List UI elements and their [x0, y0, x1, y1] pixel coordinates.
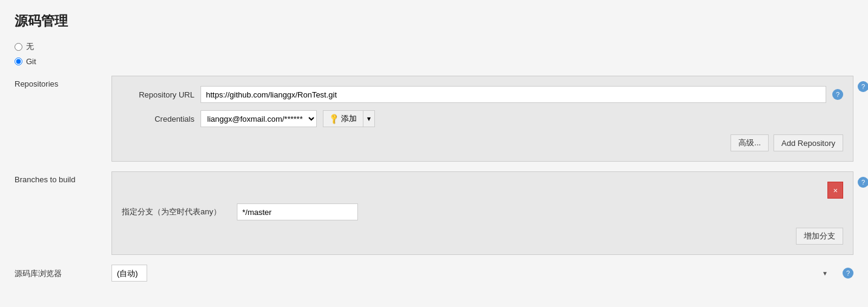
repository-url-help-icon[interactable]: ? [832, 89, 843, 100]
credentials-row: Credentials lianggx@foxmail.com/****** 🔑… [122, 110, 843, 127]
add-branch-button[interactable]: 增加分支 [796, 228, 843, 245]
branches-section: Branches to build × 指定分支（为空时代表any） 增加分支 … [15, 171, 853, 255]
radio-git[interactable]: Git [15, 57, 853, 66]
key-icon: 🔑 [328, 113, 340, 125]
advanced-button[interactable]: 高级... [731, 134, 769, 151]
page-title: 源码管理 [15, 12, 853, 30]
repositories-actions: 高级... Add Repository [122, 134, 843, 151]
delete-icon: × [833, 186, 838, 195]
branches-help-icon[interactable]: ? [858, 177, 868, 188]
radio-git-input[interactable] [15, 58, 22, 65]
source-browser-section: 源码库浏览器 (自动) GitHub GitLab ? [15, 265, 853, 282]
branches-label: Branches to build [15, 171, 111, 184]
source-browser-content: (自动) GitHub GitLab ? [111, 265, 853, 282]
source-browser-label: 源码库浏览器 [15, 265, 111, 279]
credentials-select[interactable]: lianggx@foxmail.com/****** [200, 110, 317, 127]
source-browser-select-wrapper: (自动) GitHub GitLab [111, 265, 833, 282]
repositories-content: ? Repository URL ? Credentials lianggx@f… [111, 76, 853, 162]
repositories-section: Repositories ? Repository URL ? Credenti… [15, 76, 853, 162]
branch-delete-row: × [122, 182, 843, 199]
add-credentials-label: 添加 [341, 113, 357, 124]
radio-none-input[interactable] [15, 43, 22, 51]
radio-none[interactable]: 无 [15, 41, 853, 52]
repositories-label: Repositories [15, 76, 111, 88]
branch-field-label: 指定分支（为空时代表any） [122, 206, 231, 217]
branch-input-row: 指定分支（为空时代表any） [122, 203, 843, 220]
add-credentials-dropdown-button[interactable]: ▾ [363, 110, 375, 127]
source-browser-select[interactable]: (自动) GitHub GitLab [111, 265, 147, 282]
branches-actions: 增加分支 [122, 228, 843, 245]
credentials-label: Credentials [122, 114, 194, 124]
source-browser-help-icon[interactable]: ? [843, 268, 853, 279]
chevron-down-icon: ▾ [367, 114, 371, 123]
repository-url-label: Repository URL [122, 90, 194, 99]
branch-delete-button[interactable]: × [827, 182, 843, 199]
add-credentials-btn-group: 🔑 添加 ▾ [323, 110, 375, 127]
add-credentials-main-button[interactable]: 🔑 添加 [323, 110, 363, 127]
add-repository-button[interactable]: Add Repository [774, 134, 843, 151]
radio-git-label: Git [26, 57, 36, 66]
branch-input[interactable] [237, 203, 358, 220]
repositories-help-icon[interactable]: ? [858, 81, 868, 92]
repository-url-input[interactable] [200, 86, 826, 103]
branches-content: × 指定分支（为空时代表any） 增加分支 ? [111, 171, 853, 255]
repository-url-row: Repository URL ? [122, 86, 843, 103]
scm-radio-group: 无 Git [15, 41, 853, 66]
radio-none-label: 无 [26, 41, 34, 52]
